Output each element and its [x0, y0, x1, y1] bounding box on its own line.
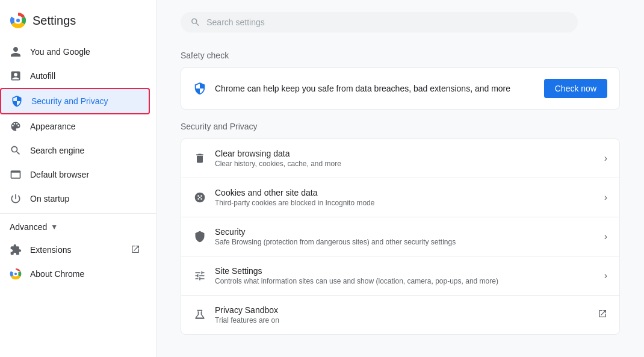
sidebar-item-security-and-privacy[interactable]: Security and Privacy [0, 88, 150, 114]
site-settings-content: Site Settings Controls what information … [215, 266, 596, 285]
safety-shield-icon [193, 82, 206, 95]
sidebar-item-default-browser[interactable]: Default browser [0, 163, 150, 187]
sidebar-divider [0, 213, 156, 214]
advanced-arrow-icon: ▼ [51, 223, 58, 231]
clear-browsing-data-row[interactable]: Clear browsing data Clear history, cooki… [181, 139, 619, 178]
cookies-subtitle: Third-party cookies are blocked in Incog… [215, 199, 596, 207]
svg-point-7 [200, 195, 202, 197]
safety-check-section-title: Safety check [181, 51, 620, 60]
security-arrow-icon: › [604, 231, 607, 242]
cookies-content: Cookies and other site data Third-party … [215, 188, 596, 207]
search-bar[interactable] [181, 12, 578, 33]
site-settings-arrow-icon: › [604, 270, 607, 281]
safety-check-card: Chrome can help keep you safe from data … [181, 67, 620, 110]
sidebar-item-appearance[interactable]: Appearance [0, 114, 150, 138]
sidebar-item-about-chrome-label: About Chrome [30, 269, 84, 279]
puzzle-icon [10, 244, 22, 256]
browser-icon [10, 169, 22, 181]
privacy-sandbox-content: Privacy Sandbox Trial features are on [215, 305, 589, 324]
sliders-icon [193, 269, 206, 282]
sidebar-item-autofill-label: Autofill [30, 71, 55, 81]
sidebar-item-extensions[interactable]: Extensions [0, 238, 150, 262]
advanced-label: Advanced [10, 222, 47, 232]
security-row[interactable]: Security Safe Browsing (protection from … [181, 217, 619, 256]
privacy-sandbox-subtitle: Trial features are on [215, 316, 589, 324]
sidebar-item-default-browser-label: Default browser [30, 170, 89, 179]
sidebar-item-search-engine[interactable]: Search engine [0, 138, 150, 163]
external-link-icon [131, 244, 140, 256]
search-icon [10, 144, 22, 157]
chrome-logo-icon [10, 12, 26, 29]
sidebar-item-on-startup-label: On startup [30, 194, 69, 203]
svg-point-6 [197, 195, 199, 197]
security-privacy-section-title: Security and Privacy [181, 122, 620, 131]
clear-browsing-data-arrow-icon: › [604, 153, 607, 164]
svg-point-4 [14, 273, 17, 275]
privacy-sandbox-external-icon [598, 309, 607, 321]
safety-check-description: Chrome can help keep you safe from data … [215, 84, 536, 93]
svg-point-10 [199, 197, 201, 199]
privacy-sandbox-row[interactable]: Privacy Sandbox Trial features are on [181, 295, 619, 334]
trash-icon [193, 152, 206, 165]
site-settings-title: Site Settings [215, 266, 596, 276]
app-title-container: Settings [0, 6, 156, 40]
sidebar-item-on-startup[interactable]: On startup [0, 187, 150, 211]
palette-icon [10, 120, 22, 132]
svg-point-2 [16, 19, 20, 22]
shield-icon [11, 95, 23, 107]
cookies-row[interactable]: Cookies and other site data Third-party … [181, 178, 619, 217]
power-icon [10, 193, 22, 205]
shield-globe-icon [193, 230, 206, 243]
search-input[interactable] [206, 17, 568, 27]
cookies-title: Cookies and other site data [215, 188, 596, 197]
security-subtitle: Safe Browsing (protection from dangerous… [215, 238, 596, 246]
security-content: Security Safe Browsing (protection from … [215, 227, 596, 246]
main-content: Safety check Chrome can help keep you sa… [156, 0, 644, 357]
sidebar-item-you-and-google-label: You and Google [30, 47, 90, 57]
svg-point-8 [197, 198, 199, 200]
flask-icon [193, 308, 206, 321]
safety-check-row: Chrome can help keep you safe from data … [181, 68, 619, 109]
autofill-icon [10, 70, 22, 82]
clear-browsing-data-content: Clear browsing data Clear history, cooki… [215, 149, 596, 168]
sidebar-item-appearance-label: Appearance [30, 122, 76, 131]
sidebar-item-search-engine-label: Search engine [30, 146, 84, 155]
site-settings-row[interactable]: Site Settings Controls what information … [181, 256, 619, 295]
check-now-button[interactable]: Check now [544, 79, 607, 98]
sidebar-item-about-chrome[interactable]: About Chrome [0, 262, 150, 286]
cookie-icon [193, 191, 206, 204]
person-icon [10, 46, 22, 58]
search-bar-icon [190, 17, 200, 28]
clear-browsing-data-title: Clear browsing data [215, 149, 596, 158]
about-chrome-icon [10, 268, 22, 280]
sidebar: Settings You and Google Autofill Securit… [0, 0, 156, 357]
sidebar-item-you-and-google[interactable]: You and Google [0, 40, 150, 64]
cookies-arrow-icon: › [604, 192, 607, 203]
security-privacy-card: Clear browsing data Clear history, cooki… [181, 138, 620, 335]
svg-point-9 [200, 198, 202, 200]
clear-browsing-data-subtitle: Clear history, cookies, cache, and more [215, 160, 596, 168]
site-settings-subtitle: Controls what information sites can use … [215, 277, 596, 285]
sidebar-item-autofill[interactable]: Autofill [0, 64, 150, 88]
sidebar-item-extensions-label: Extensions [30, 245, 71, 255]
security-title: Security [215, 227, 596, 237]
settings-title: Settings [33, 14, 76, 28]
advanced-section[interactable]: Advanced ▼ [0, 216, 156, 238]
privacy-sandbox-title: Privacy Sandbox [215, 305, 589, 315]
sidebar-item-security-label: Security and Privacy [31, 96, 108, 106]
